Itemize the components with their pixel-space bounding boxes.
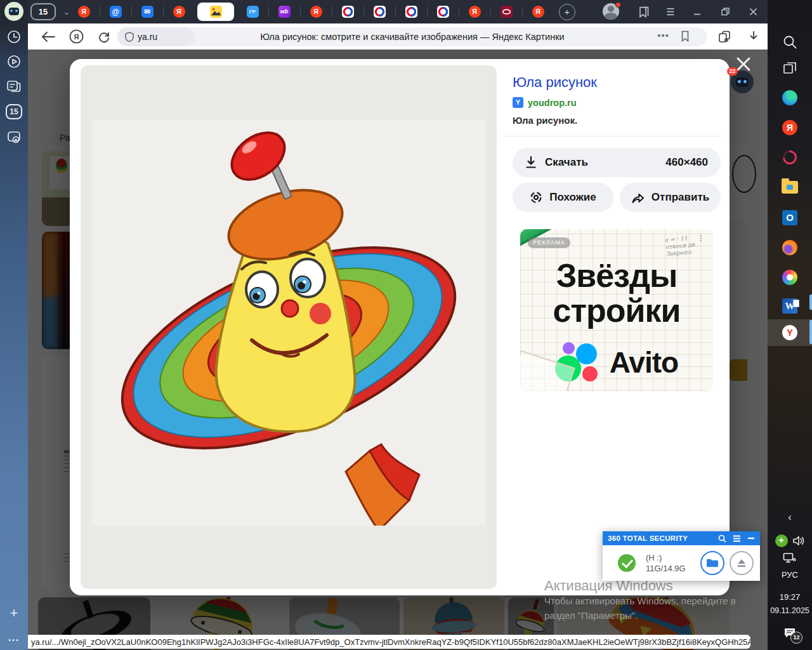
- sidebar-more-icon[interactable]: •••: [0, 632, 28, 647]
- ad-banner[interactable]: РЕКЛАМА e = · 11откоси дв.Закрепл. ⋮ Звё…: [520, 229, 713, 391]
- tab-ring-3[interactable]: [395, 0, 427, 23]
- bookmarks-icon[interactable]: [633, 0, 655, 23]
- tab-images-active[interactable]: [197, 3, 234, 21]
- page-content: Разм Юла: [0, 50, 768, 650]
- tab-wildberries[interactable]: wb: [268, 0, 300, 23]
- taskbar-app-word[interactable]: W: [768, 293, 812, 319]
- download-button[interactable]: Скачать 460×460: [513, 148, 721, 177]
- tab-darkred-site[interactable]: [490, 0, 522, 23]
- tab-counter-button[interactable]: 15: [30, 3, 56, 20]
- image-description: Юла рисунок.: [513, 115, 721, 126]
- tray-expand-icon[interactable]: ‹: [768, 509, 812, 526]
- address-bar[interactable]: ya.ru Юла рисунок: смотрите и скачивайте…: [117, 27, 707, 46]
- video-icon[interactable]: [0, 53, 28, 70]
- minimize-button[interactable]: [686, 0, 708, 23]
- tab-ring-2[interactable]: [363, 0, 395, 23]
- history-icon[interactable]: [0, 28, 28, 46]
- tab-yandex-3[interactable]: Я: [300, 0, 332, 23]
- minimize-icon[interactable]: [747, 537, 755, 540]
- notification-dot: [615, 2, 621, 8]
- screen: 15 ⌄ Я@✉ЯГРwbЯЯЯ+ ☰ Я: [0, 0, 812, 650]
- ad-menu-icon[interactable]: ⋮: [697, 237, 704, 240]
- taskbar-app-yandex-browser[interactable]: Y: [768, 319, 812, 346]
- send-button[interactable]: Отправить: [620, 183, 721, 212]
- search-icon[interactable]: [718, 534, 726, 543]
- restore-button[interactable]: [714, 0, 736, 23]
- divider: [502, 136, 721, 136]
- language-indicator[interactable]: РУС: [768, 567, 812, 581]
- image-dimensions: 460×460: [665, 156, 708, 169]
- more-icon[interactable]: •••: [657, 27, 669, 46]
- refresh-icon[interactable]: [93, 23, 115, 50]
- drive-label: (H :): [646, 552, 686, 563]
- tab-gr[interactable]: ГР: [237, 0, 268, 23]
- taskbar-app-start[interactable]: [768, 4, 812, 29]
- running-indicator: [809, 295, 812, 310]
- yandex-home-icon[interactable]: Я: [65, 23, 88, 50]
- tab-mail-at[interactable]: @: [100, 0, 131, 23]
- alice-icon[interactable]: [0, 2, 28, 21]
- tab-yandex-1[interactable]: Я: [68, 0, 100, 23]
- source-row[interactable]: Y youdrop.ru: [513, 97, 721, 108]
- at-favicon: @: [110, 6, 122, 18]
- security-tray-icon[interactable]: +: [775, 534, 788, 547]
- network-icon[interactable]: [768, 550, 812, 566]
- eject-button[interactable]: [730, 551, 754, 575]
- windows-activation-watermark: Активация Windows Чтобы активировать Win…: [544, 578, 736, 623]
- close-window-button[interactable]: [742, 0, 764, 23]
- handwriting-decoration: e = · 11откоси дв.Закрепл.: [665, 234, 698, 258]
- clock-date[interactable]: 09.11.2025: [768, 604, 812, 617]
- feed-icon[interactable]: [0, 77, 28, 95]
- taskbar-app-outlook[interactable]: O: [768, 205, 812, 230]
- taskbar-app-taskview[interactable]: [768, 56, 812, 81]
- taskbar-app-explorer[interactable]: [768, 175, 812, 200]
- taskbar-app-firefox[interactable]: [768, 235, 812, 260]
- ya-favicon: Я: [469, 6, 481, 18]
- back-icon[interactable]: [37, 23, 60, 50]
- status-ok-icon: [618, 554, 636, 572]
- windows-taskbar: ЯOWY ‹ + РУС 19:27 09.11.2025 12: [768, 0, 812, 650]
- close-viewer-button[interactable]: [736, 56, 751, 72]
- tab-mail-envelope[interactable]: ✉: [131, 0, 163, 23]
- image-title-link[interactable]: Юла рисунок: [513, 65, 721, 91]
- alice-assistant-button[interactable]: 22: [731, 70, 754, 93]
- taskbar-app-search[interactable]: [768, 29, 812, 55]
- source-domain: youdrop.ru: [528, 98, 577, 108]
- tabs-panel-button[interactable]: 15: [0, 103, 28, 120]
- menu-icon[interactable]: [733, 535, 741, 542]
- volume-icon[interactable]: [793, 536, 805, 546]
- taskbar-app-edge[interactable]: [768, 85, 812, 110]
- tab-yandex-5[interactable]: Я: [522, 0, 554, 23]
- security-widget-header[interactable]: 360 TOTAL SECURITY: [603, 531, 760, 545]
- ya-favicon: Я: [78, 6, 90, 18]
- browser-sidebar: 15 + •••: [0, 0, 28, 650]
- status-url: ya.ru/.../Wn0ejl_zOoVX2LaU0nKO09Ehg1hKlI…: [25, 637, 750, 647]
- tab-yandex-4[interactable]: Я: [459, 0, 490, 23]
- image-pane: [81, 65, 497, 589]
- profile-avatar[interactable]: [603, 3, 620, 21]
- ya-favicon: Я: [532, 6, 544, 18]
- new-tab-button[interactable]: +: [559, 4, 575, 20]
- notification-center-icon[interactable]: 12: [768, 625, 812, 644]
- similar-button[interactable]: Похожие: [513, 183, 613, 212]
- tab-ring-1[interactable]: [332, 0, 363, 23]
- open-folder-button[interactable]: [700, 551, 724, 575]
- collections-icon[interactable]: [713, 23, 736, 50]
- tab-bar: 15 ⌄ Я@✉ЯГРwbЯЯЯ+ ☰: [0, 0, 768, 23]
- similar-search-icon: [530, 191, 542, 204]
- menu-icon[interactable]: ☰: [660, 0, 681, 23]
- downloads-icon[interactable]: [742, 23, 765, 50]
- taskbar-app-colorwheel[interactable]: [768, 265, 812, 290]
- taskbar-app-opera[interactable]: [768, 145, 812, 170]
- tab-ring-4[interactable]: [427, 0, 459, 23]
- clock-time[interactable]: 19:27: [768, 590, 812, 603]
- avito-wordmark: Avito: [610, 345, 678, 380]
- ad-title: Звёздыстройки: [520, 258, 713, 328]
- taskbar-app-yandex[interactable]: Я: [768, 115, 812, 140]
- tab-yandex-2[interactable]: Я: [163, 0, 195, 23]
- screenshot-icon[interactable]: [0, 128, 28, 147]
- preview-image[interactable]: [92, 119, 485, 526]
- site-favicon: Y: [513, 97, 523, 108]
- bookmark-icon[interactable]: [681, 30, 690, 44]
- sidebar-add-icon[interactable]: +: [0, 604, 28, 622]
